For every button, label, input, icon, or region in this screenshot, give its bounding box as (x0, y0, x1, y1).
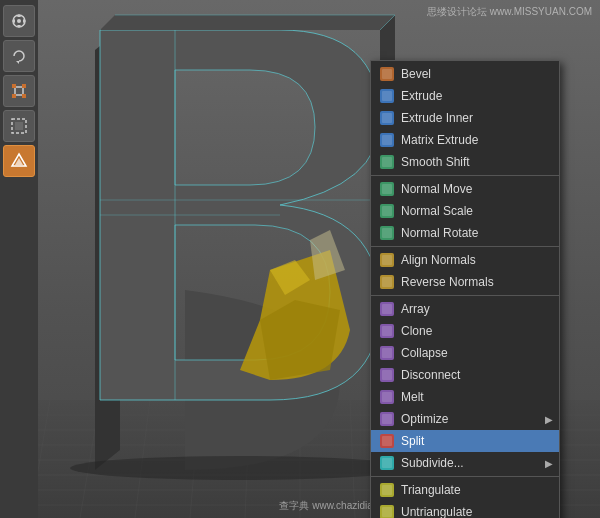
svg-rect-62 (382, 326, 392, 336)
menu-icon-normal-move (379, 181, 395, 197)
svg-rect-48 (382, 157, 392, 167)
menu-item-subdivide[interactable]: Subdivide...▶ (371, 452, 559, 474)
menu-label-optimize: Optimize (401, 412, 551, 426)
menu-item-disconnect[interactable]: Disconnect (371, 364, 559, 386)
menu-label-subdivide: Subdivide... (401, 456, 551, 470)
svg-rect-31 (12, 84, 16, 88)
svg-rect-40 (382, 69, 392, 79)
menu-item-normal-move[interactable]: Normal Move (371, 178, 559, 200)
menu-icon-array (379, 301, 395, 317)
menu-label-melt: Melt (401, 390, 551, 404)
svg-rect-52 (382, 206, 392, 216)
scale-tool-button[interactable] (3, 75, 35, 107)
menu-label-triangulate: Triangulate (401, 483, 551, 497)
active-icon (9, 151, 29, 171)
svg-rect-30 (15, 87, 23, 95)
svg-rect-50 (382, 184, 392, 194)
move-tool-button[interactable] (3, 5, 35, 37)
menu-item-smooth-shift[interactable]: Smooth Shift (371, 151, 559, 173)
menu-arrow-optimize: ▶ (545, 414, 553, 425)
menu-icon-triangulate (379, 482, 395, 498)
svg-rect-44 (382, 113, 392, 123)
svg-rect-70 (382, 414, 392, 424)
menu-icon-bevel (379, 66, 395, 82)
menu-separator-after-smooth-shift (371, 175, 559, 176)
active-tool-button[interactable] (3, 145, 35, 177)
svg-rect-64 (382, 348, 392, 358)
svg-rect-76 (382, 485, 392, 495)
context-menu: Bevel Extrude Extrude Inner Matrix Extru… (370, 60, 560, 518)
menu-item-normal-scale[interactable]: Normal Scale (371, 200, 559, 222)
svg-point-22 (70, 456, 410, 480)
menu-item-matrix-extrude[interactable]: Matrix Extrude (371, 129, 559, 151)
menu-item-optimize[interactable]: Optimize▶ (371, 408, 559, 430)
menu-arrow-subdivide: ▶ (545, 458, 553, 469)
menu-icon-collapse (379, 345, 395, 361)
menu-icon-subdivide (379, 455, 395, 471)
menu-item-normal-rotate[interactable]: Normal Rotate (371, 222, 559, 244)
svg-marker-29 (16, 61, 19, 64)
menu-item-collapse[interactable]: Collapse (371, 342, 559, 364)
menu-label-split: Split (401, 434, 551, 448)
menu-item-align-normals[interactable]: Align Normals (371, 249, 559, 271)
menu-item-untriangulate[interactable]: Untriangulate (371, 501, 559, 518)
menu-icon-optimize (379, 411, 395, 427)
menu-item-extrude[interactable]: Extrude (371, 85, 559, 107)
menu-separator-after-normal-rotate (371, 246, 559, 247)
menu-icon-split (379, 433, 395, 449)
menu-icon-smooth-shift (379, 154, 395, 170)
menu-label-extrude-inner: Extrude Inner (401, 111, 551, 125)
menu-label-reverse-normals: Reverse Normals (401, 275, 551, 289)
rotate-icon (9, 46, 29, 66)
menu-icon-melt (379, 389, 395, 405)
svg-rect-46 (382, 135, 392, 145)
menu-icon-untriangulate (379, 504, 395, 518)
menu-icon-normal-rotate (379, 225, 395, 241)
svg-rect-32 (22, 84, 26, 88)
menu-label-extrude: Extrude (401, 89, 551, 103)
move-icon (9, 11, 29, 31)
menu-item-extrude-inner[interactable]: Extrude Inner (371, 107, 559, 129)
menu-label-disconnect: Disconnect (401, 368, 551, 382)
svg-rect-36 (15, 122, 23, 130)
select-tool-button[interactable] (3, 110, 35, 142)
menu-icon-disconnect (379, 367, 395, 383)
svg-point-24 (17, 19, 21, 23)
menu-icon-clone (379, 323, 395, 339)
svg-rect-66 (382, 370, 392, 380)
menu-item-split[interactable]: Split (371, 430, 559, 452)
svg-rect-78 (382, 507, 392, 517)
viewport: Bevel Extrude Extrude Inner Matrix Extru… (0, 0, 600, 518)
menu-label-bevel: Bevel (401, 67, 551, 81)
menu-label-smooth-shift: Smooth Shift (401, 155, 551, 169)
menu-item-melt[interactable]: Melt (371, 386, 559, 408)
menu-label-untriangulate: Untriangulate (401, 505, 551, 518)
menu-icon-reverse-normals (379, 274, 395, 290)
menu-item-bevel[interactable]: Bevel (371, 63, 559, 85)
svg-rect-74 (382, 458, 392, 468)
menu-separator-after-reverse-normals (371, 295, 559, 296)
menu-icon-normal-scale (379, 203, 395, 219)
menu-item-clone[interactable]: Clone (371, 320, 559, 342)
svg-rect-60 (382, 304, 392, 314)
menu-label-collapse: Collapse (401, 346, 551, 360)
menu-label-array: Array (401, 302, 551, 316)
svg-rect-58 (382, 277, 392, 287)
menu-item-reverse-normals[interactable]: Reverse Normals (371, 271, 559, 293)
scale-icon (9, 81, 29, 101)
rotate-tool-button[interactable] (3, 40, 35, 72)
menu-item-array[interactable]: Array (371, 298, 559, 320)
menu-label-matrix-extrude: Matrix Extrude (401, 133, 551, 147)
svg-rect-33 (12, 94, 16, 98)
menu-label-normal-move: Normal Move (401, 182, 551, 196)
svg-rect-54 (382, 228, 392, 238)
svg-rect-56 (382, 255, 392, 265)
menu-icon-extrude (379, 88, 395, 104)
select-icon (9, 116, 29, 136)
menu-icon-align-normals (379, 252, 395, 268)
menu-label-normal-rotate: Normal Rotate (401, 226, 551, 240)
menu-icon-matrix-extrude (379, 132, 395, 148)
menu-separator-after-subdivide (371, 476, 559, 477)
svg-rect-42 (382, 91, 392, 101)
menu-item-triangulate[interactable]: Triangulate (371, 479, 559, 501)
